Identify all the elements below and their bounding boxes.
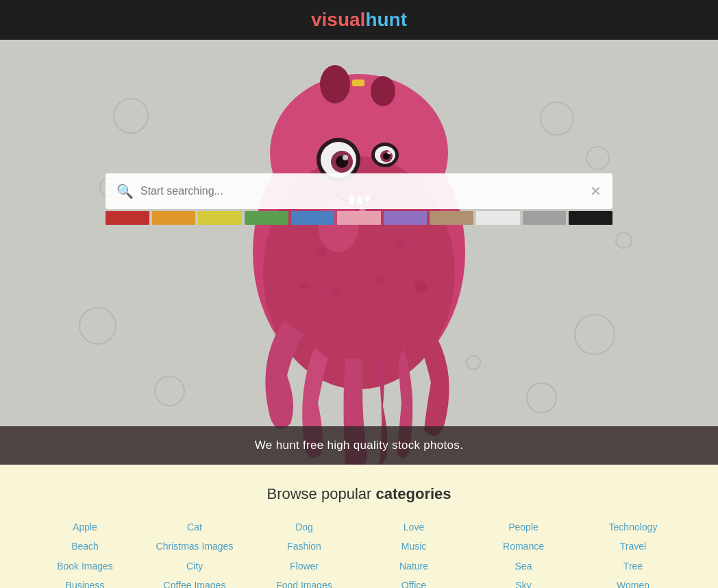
category-link-cat[interactable]: Cat — [187, 519, 202, 535]
category-link-music[interactable]: Music — [401, 539, 427, 554]
svg-point-24 — [320, 65, 350, 103]
category-link-nature[interactable]: Nature — [399, 559, 428, 574]
category-column-col5: PeopleRomanceSeaSkySnow — [469, 519, 578, 588]
category-link-christmas-images[interactable]: Christmas Images — [156, 539, 234, 554]
color-swatches — [106, 211, 612, 225]
categories-title: Browse popular categories — [14, 485, 704, 503]
swatch-green[interactable] — [245, 211, 288, 225]
category-link-romance[interactable]: Romance — [503, 539, 544, 554]
category-link-technology[interactable]: Technology — [609, 519, 658, 535]
swatch-blue[interactable] — [291, 211, 335, 225]
category-link-office[interactable]: Office — [401, 578, 426, 588]
swatch-gray[interactable] — [523, 211, 567, 225]
category-column-col4: LoveMusicNatureOfficeParty Images — [359, 519, 469, 588]
svg-point-23 — [300, 282, 308, 291]
category-column-col3: DogFashionFlowerFood ImagesHappy — [249, 519, 359, 588]
bubble-8 — [526, 382, 557, 413]
category-link-sea[interactable]: Sea — [515, 559, 532, 574]
svg-point-20 — [375, 275, 384, 284]
category-link-travel[interactable]: Travel — [620, 539, 646, 554]
category-link-dog[interactable]: Dog — [295, 519, 313, 535]
search-clear-button[interactable]: ✕ — [590, 183, 602, 199]
search-bar: 🔍 ✕ — [106, 173, 612, 209]
logo-visual: visual — [311, 9, 365, 30]
bubble-3 — [79, 307, 116, 345]
svg-point-18 — [316, 247, 327, 258]
category-link-women[interactable]: Women — [617, 578, 649, 588]
swatch-black[interactable] — [569, 211, 612, 225]
svg-rect-26 — [352, 79, 364, 86]
category-link-apple[interactable]: Apple — [73, 519, 97, 535]
monster-illustration — [215, 40, 503, 465]
bubble-7 — [574, 314, 615, 355]
search-input[interactable] — [140, 185, 590, 197]
logo-hunt: hunt — [365, 9, 407, 30]
svg-point-25 — [371, 76, 395, 106]
bubble-9 — [615, 232, 632, 249]
category-link-fashion[interactable]: Fashion — [287, 539, 321, 554]
search-icon: 🔍 — [116, 183, 134, 199]
swatch-purple[interactable] — [384, 211, 428, 225]
bubble-1 — [113, 98, 149, 134]
category-link-tree[interactable]: Tree — [623, 559, 643, 574]
categories-section: Browse popular categories AppleBeachBook… — [0, 465, 718, 588]
bubble-4 — [154, 376, 185, 406]
header: visualhunt — [0, 0, 718, 40]
swatch-brown[interactable] — [430, 211, 473, 225]
category-link-business[interactable]: Business — [66, 578, 105, 588]
category-link-city[interactable]: City — [186, 559, 203, 574]
svg-point-19 — [395, 241, 405, 250]
swatch-yellow[interactable] — [198, 211, 242, 225]
category-link-flower[interactable]: Flower — [290, 559, 319, 574]
category-link-coffee-images[interactable]: Coffee Images — [164, 578, 226, 588]
bubble-5 — [540, 101, 574, 136]
swatch-pink[interactable] — [337, 211, 381, 225]
category-column-col1: AppleBeachBook ImagesBusinessCar — [30, 519, 140, 588]
logo[interactable]: visualhunt — [311, 9, 407, 31]
category-link-people[interactable]: People — [508, 519, 538, 535]
category-link-book-images[interactable]: Book Images — [57, 559, 113, 574]
svg-point-21 — [330, 289, 340, 298]
tagline-bar: We hunt free high quality stock photos. — [0, 426, 718, 465]
tagline-text: We hunt free high quality stock photos. — [255, 439, 463, 452]
categories-grid: AppleBeachBook ImagesBusinessCarCatChris… — [30, 519, 688, 588]
hero-section: 🔍 ✕ We hunt free high quality stock phot… — [0, 40, 718, 465]
svg-point-22 — [414, 280, 427, 293]
svg-point-13 — [387, 151, 391, 154]
category-column-col6: TechnologyTravelTreeWomenWork — [578, 519, 688, 588]
category-link-love[interactable]: Love — [404, 519, 424, 535]
svg-point-8 — [343, 155, 348, 160]
category-link-food-images[interactable]: Food Images — [276, 578, 332, 588]
swatch-orange[interactable] — [152, 211, 196, 225]
swatch-red[interactable] — [106, 211, 149, 225]
category-column-col2: CatChristmas ImagesCityCoffee ImagesComp… — [140, 519, 249, 588]
bubble-6 — [586, 146, 610, 170]
category-link-sky[interactable]: Sky — [515, 578, 531, 588]
category-link-beach[interactable]: Beach — [71, 539, 99, 554]
swatch-white[interactable] — [476, 211, 520, 225]
search-container: 🔍 ✕ — [106, 173, 612, 209]
